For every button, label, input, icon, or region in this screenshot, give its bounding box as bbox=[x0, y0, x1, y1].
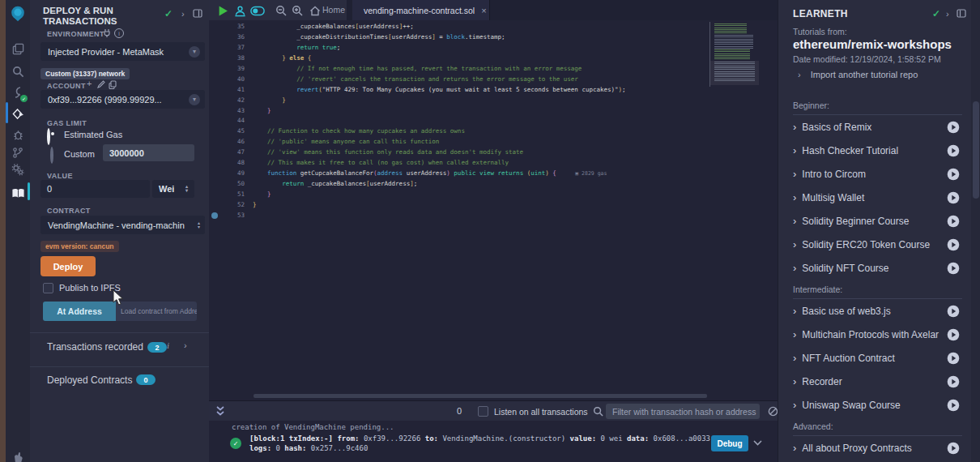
tab-vending-machine-contract[interactable]: vending-machine-contract.sol × bbox=[352, 0, 490, 20]
gutter[interactable] bbox=[209, 96, 220, 106]
gutter[interactable] bbox=[209, 106, 220, 117]
tutorial-item[interactable]: ›Basics of Remix bbox=[778, 115, 971, 139]
tab-close-icon[interactable]: × bbox=[481, 6, 486, 15]
add-account-icon[interactable]: + bbox=[87, 79, 92, 88]
play-icon[interactable] bbox=[947, 352, 960, 365]
play-icon[interactable] bbox=[947, 305, 960, 318]
at-address-button[interactable]: At Address bbox=[43, 302, 116, 321]
copy-account-icon[interactable] bbox=[109, 80, 117, 89]
file-explorer-icon[interactable] bbox=[6, 40, 30, 58]
terminal-search-icon[interactable] bbox=[593, 406, 603, 417]
play-icon[interactable] bbox=[947, 262, 960, 275]
terminal-output[interactable]: creation of VendingMachine pending... ✓ … bbox=[209, 421, 778, 462]
search-icon[interactable] bbox=[6, 62, 30, 80]
plugin-manager-icon[interactable] bbox=[6, 160, 30, 178]
zoom-out-icon[interactable] bbox=[274, 3, 288, 18]
play-icon[interactable] bbox=[947, 375, 960, 388]
value-input[interactable]: 0 bbox=[40, 180, 150, 198]
learneth-book-icon[interactable] bbox=[6, 184, 30, 202]
horizontal-scrollbar[interactable] bbox=[254, 394, 707, 398]
debugger-icon[interactable] bbox=[6, 126, 30, 143]
gutter[interactable] bbox=[209, 43, 220, 53]
home-label[interactable]: Home bbox=[322, 5, 345, 15]
gutter[interactable] bbox=[209, 32, 220, 43]
tutorial-item[interactable]: ›All about Proxy Contracts bbox=[778, 436, 971, 460]
plug-icon[interactable] bbox=[103, 28, 111, 37]
learneth-scrollbar[interactable] bbox=[971, 0, 980, 462]
gutter[interactable] bbox=[209, 116, 220, 126]
tutorial-item[interactable]: ›Basic use of web3.js bbox=[778, 299, 971, 323]
tutorial-item[interactable]: ›Hash Checker Tutorial bbox=[778, 139, 971, 162]
debug-button[interactable]: Debug bbox=[711, 435, 748, 451]
custom-gas-input[interactable]: 3000000 bbox=[103, 144, 194, 161]
source-control-icon[interactable] bbox=[6, 143, 30, 161]
at-address-input[interactable]: Load contract from Addres bbox=[116, 302, 197, 321]
gutter[interactable] bbox=[209, 75, 220, 85]
publish-ipfs-checkbox[interactable] bbox=[43, 283, 53, 293]
tutorial-item[interactable]: ›Multichain Protocols with Axelar bbox=[778, 323, 971, 346]
tutorial-item[interactable]: ›Intro to Circom bbox=[778, 162, 971, 186]
gutter[interactable] bbox=[209, 22, 220, 32]
gutter[interactable] bbox=[209, 53, 220, 64]
edit-account-icon[interactable] bbox=[97, 80, 105, 88]
tutorial-item[interactable]: ›Solidity NFT Course bbox=[778, 256, 971, 280]
scrollbar-thumb[interactable] bbox=[973, 101, 979, 199]
play-icon[interactable] bbox=[947, 238, 960, 251]
gutter[interactable] bbox=[209, 137, 220, 148]
code-editor[interactable]: 35 _cupcakeBalances[userAddress]++;36 _c… bbox=[209, 20, 778, 400]
pin-panel-icon[interactable] bbox=[193, 9, 202, 18]
environment-select[interactable]: Injected Provider - MetaMask ▾ bbox=[40, 42, 205, 61]
tutorial-item[interactable]: ›Recorder bbox=[778, 370, 971, 393]
collapse-terminal-icon[interactable] bbox=[215, 405, 225, 417]
deploy-and-run-icon[interactable] bbox=[6, 105, 30, 123]
gutter[interactable] bbox=[209, 190, 220, 200]
learneth-expand-icon[interactable]: › bbox=[946, 9, 949, 19]
play-icon[interactable] bbox=[947, 168, 960, 181]
gutter[interactable] bbox=[209, 158, 220, 169]
gutter[interactable] bbox=[209, 148, 220, 158]
transactions-info-icon[interactable]: i bbox=[167, 340, 169, 350]
run-script-icon[interactable] bbox=[215, 3, 230, 18]
terminal-filter-input[interactable]: Filter with transaction hash or address bbox=[606, 404, 760, 419]
gutter[interactable] bbox=[209, 85, 220, 96]
gutter[interactable] bbox=[209, 64, 220, 75]
expand-panel-icon[interactable]: › bbox=[181, 9, 185, 19]
tutorial-item[interactable]: ›Solidity Beginner Course bbox=[778, 209, 971, 233]
contract-select[interactable]: VendingMachine - vending-machin ▴▾ bbox=[40, 216, 205, 234]
minimap[interactable] bbox=[709, 22, 759, 87]
zoom-in-icon[interactable] bbox=[290, 3, 305, 18]
play-icon[interactable] bbox=[947, 191, 960, 204]
solidity-compiler-icon[interactable]: ✓ bbox=[6, 83, 30, 101]
gutter[interactable] bbox=[209, 211, 220, 221]
gutter[interactable] bbox=[209, 126, 220, 137]
home-icon[interactable] bbox=[308, 3, 322, 18]
deploy-button[interactable]: Deploy bbox=[40, 256, 96, 276]
custom-gas-radio[interactable] bbox=[50, 147, 53, 164]
gutter[interactable] bbox=[209, 169, 220, 179]
assistant-icon[interactable] bbox=[232, 3, 247, 18]
breakpoint-dot[interactable] bbox=[211, 212, 218, 219]
play-icon[interactable] bbox=[947, 121, 960, 134]
gutter[interactable] bbox=[209, 179, 220, 190]
toggle-icon[interactable] bbox=[250, 3, 265, 18]
play-icon[interactable] bbox=[947, 144, 960, 157]
gutter[interactable] bbox=[209, 200, 220, 211]
info-icon[interactable]: i bbox=[114, 28, 124, 38]
tx-expand-icon[interactable] bbox=[753, 440, 762, 446]
play-icon[interactable] bbox=[947, 328, 960, 341]
estimated-gas-radio[interactable] bbox=[47, 128, 50, 145]
value-unit-select[interactable]: Wei ▴▾ bbox=[152, 180, 194, 198]
play-icon[interactable] bbox=[947, 442, 960, 455]
play-icon[interactable] bbox=[947, 399, 960, 412]
remix-logo-icon[interactable] bbox=[6, 5, 30, 23]
hand-partial-icon[interactable] bbox=[6, 447, 30, 462]
import-repo-row[interactable]: › Import another tutorial repo bbox=[798, 70, 918, 79]
learneth-pin-icon[interactable] bbox=[957, 9, 966, 18]
tutorial-item[interactable]: ›NFT Auction Contract bbox=[778, 346, 971, 370]
listen-all-checkbox[interactable] bbox=[478, 406, 488, 417]
transactions-expand-icon[interactable]: › bbox=[184, 340, 187, 350]
account-select[interactable]: 0xf39...92266 (9999.99929... ▾ bbox=[40, 90, 205, 109]
tutorial-item[interactable]: ›Solidity ERC20 Token Course bbox=[778, 233, 971, 256]
tutorial-item[interactable]: ›Uniswap Swap Course bbox=[778, 393, 971, 417]
play-icon[interactable] bbox=[947, 215, 960, 228]
